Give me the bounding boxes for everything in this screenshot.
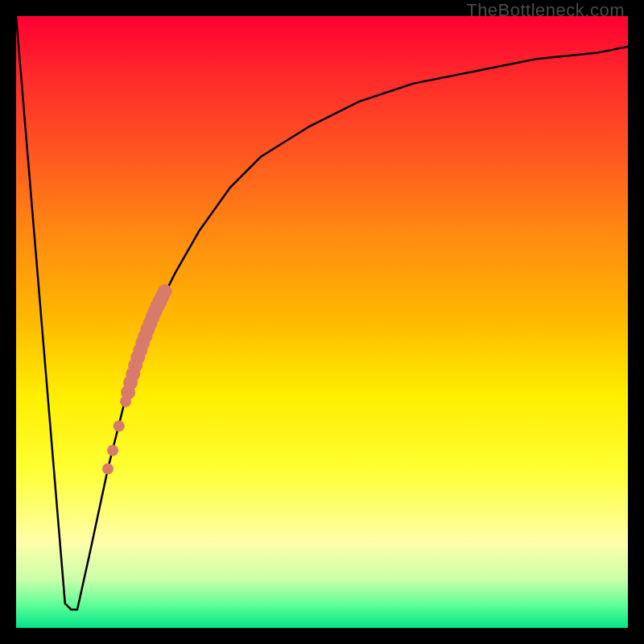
watermark-text: TheBottleneck.com (466, 0, 625, 21)
bottleneck-curve (16, 16, 628, 609)
data-point (114, 420, 125, 431)
data-point (107, 445, 118, 456)
chart-frame: TheBottleneck.com (0, 0, 644, 644)
chart-svg (16, 16, 628, 628)
data-point (102, 463, 114, 474)
plot-area (16, 16, 628, 628)
data-point (158, 284, 172, 299)
highlighted-range-points (102, 284, 172, 474)
